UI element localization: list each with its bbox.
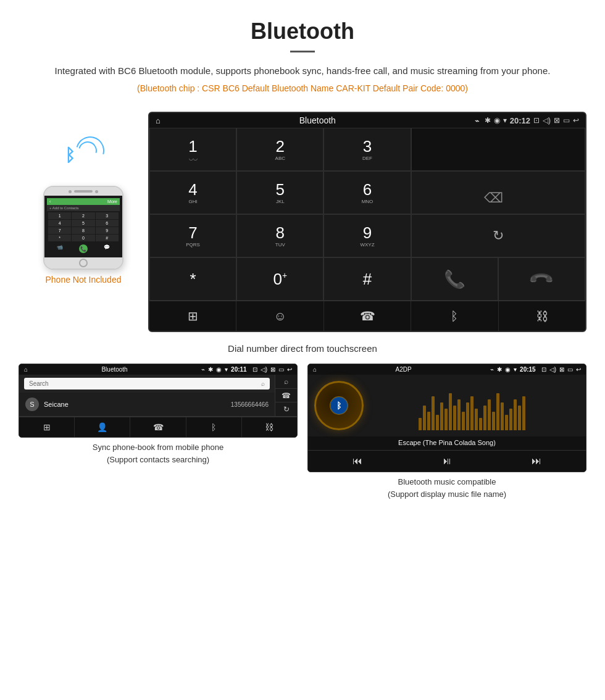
phone-key-6[interactable]: 6 xyxy=(96,220,119,227)
phone-home-bar xyxy=(44,257,122,269)
music-cam-icon[interactable]: ⊡ xyxy=(541,366,546,373)
phone-key-8[interactable]: 8 xyxy=(72,227,94,234)
refresh-icon: ↻ xyxy=(493,228,504,244)
music-loc-icon: ◉ xyxy=(505,366,511,373)
dial-key-hash[interactable]: # xyxy=(323,257,411,301)
pb-close-icon[interactable]: ⊠ xyxy=(270,366,275,373)
dial-refresh[interactable]: ↻ xyxy=(411,214,585,257)
pb-loc-icon: ◉ xyxy=(216,366,222,373)
phone-key-9[interactable]: 9 xyxy=(96,227,119,234)
dial-key-2[interactable]: 2 ABC xyxy=(236,128,323,171)
pb-call-btn[interactable]: ☎ xyxy=(275,389,297,403)
car-volume-icon[interactable]: ◁) xyxy=(543,116,551,125)
phone-screen: ‹ More + Add to Contacts 1 2 3 4 5 6 7 8… xyxy=(44,196,122,257)
music-shot: ⌂ A2DP ⌁ ✱ ◉ ▾ 20:15 ⊡ ◁) ⊠ ▭ ↩ xyxy=(307,364,586,502)
music-usb-icon: ⌁ xyxy=(490,366,494,373)
bottom-screenshots: ⌂ Bluetooth ⌁ ✱ ◉ ▾ 20:11 ⊡ ◁) ⊠ ▭ ↩ xyxy=(0,364,605,502)
phone-key-7[interactable]: 7 xyxy=(48,227,71,234)
music-close-icon[interactable]: ⊠ xyxy=(559,366,564,373)
phone-key-3[interactable]: 3 xyxy=(96,212,119,219)
music-bt-badge: ᛒ xyxy=(330,397,348,414)
phone-dot xyxy=(69,190,72,193)
car-camera-icon[interactable]: ⊡ xyxy=(533,116,540,125)
dial-call-button[interactable]: 📞 xyxy=(411,257,498,301)
dial-endcall-button[interactable]: 📞 xyxy=(498,257,585,301)
phone-key-2[interactable]: 2 xyxy=(72,212,94,219)
dial-key-4[interactable]: 4 GHI xyxy=(149,171,236,214)
car-contacts-btn[interactable]: ☺ xyxy=(236,301,323,331)
dial-key-8[interactable]: 8 TUV xyxy=(236,214,323,257)
phone-key-4[interactable]: 4 xyxy=(48,220,71,227)
phone-key-hash[interactable]: # xyxy=(96,235,119,241)
car-dialpad-btn[interactable]: ⊞ xyxy=(149,301,236,331)
car-bt-btn[interactable]: ᛒ xyxy=(411,301,498,331)
eq-bar-18 xyxy=(492,412,495,430)
dial-key-3[interactable]: 3 DEF xyxy=(323,128,411,171)
dial-key-9[interactable]: 9 WXYZ xyxy=(323,214,411,257)
title-divider xyxy=(290,51,315,52)
phone-dot2 xyxy=(95,190,98,193)
eq-bar-12 xyxy=(466,402,469,430)
phone-key-1[interactable]: 1 xyxy=(48,212,71,219)
eq-bar-7 xyxy=(444,409,448,430)
pb-cam-icon[interactable]: ⊡ xyxy=(252,366,257,373)
eq-bar-23 xyxy=(514,399,517,430)
pb-refresh-btn[interactable]: ↻ xyxy=(275,402,297,417)
page-header: Bluetooth Integrated with BC6 Bluetooth … xyxy=(0,0,605,112)
dial-backspace[interactable]: ⌫ xyxy=(411,171,585,214)
dial-key-5[interactable]: 5 JKL xyxy=(236,171,323,214)
phone-top-bar xyxy=(44,187,122,196)
pb-link-btn[interactable]: ⛓ xyxy=(242,417,297,437)
pb-home-icon[interactable]: ⌂ xyxy=(24,366,28,373)
music-vol-icon[interactable]: ◁) xyxy=(549,366,556,373)
phone-mock-area: ᛒ ‹ More + Add to Contacts 1 xyxy=(19,112,148,285)
pb-vol-icon[interactable]: ◁) xyxy=(261,366,267,373)
dial-key-0[interactable]: 0+ xyxy=(236,257,323,301)
pb-user-btn[interactable]: 👤 xyxy=(75,417,130,437)
entry-avatar-s: S xyxy=(25,398,39,411)
car-home-icon[interactable]: ⌂ xyxy=(156,116,161,125)
phone-msg-icon: 💬 xyxy=(104,244,110,253)
dial-key-6[interactable]: 6 MNO xyxy=(323,171,411,214)
phone-key-0[interactable]: 0 xyxy=(72,235,94,241)
music-home-icon[interactable]: ⌂ xyxy=(313,366,317,373)
phone-contact-label: + Add to Contacts xyxy=(47,205,120,211)
music-playpause-btn[interactable]: ⏯ xyxy=(442,456,452,467)
phone-body: ‹ More + Add to Contacts 1 2 3 4 5 6 7 8… xyxy=(43,186,123,270)
music-next-btn[interactable]: ⏭ xyxy=(532,456,541,467)
car-screen-icon[interactable]: ▭ xyxy=(563,116,570,125)
car-back-icon[interactable]: ↩ xyxy=(573,116,579,125)
entry-name: Seicane xyxy=(44,401,231,408)
eq-bar-3 xyxy=(427,412,430,430)
phone-key-5[interactable]: 5 xyxy=(72,220,94,227)
pb-phone-btn[interactable]: ☎ xyxy=(130,417,186,437)
eq-bar-10 xyxy=(457,399,461,430)
backspace-icon: ⌫ xyxy=(484,190,503,206)
music-album-art: ♪ ᛒ xyxy=(314,381,364,430)
eq-bar-14 xyxy=(475,409,478,430)
phonebook-entry-seicane[interactable]: S Seicane 13566664466 xyxy=(19,393,275,417)
phone-not-included-label: Phone Not Included xyxy=(46,275,122,285)
car-usb-icon: ⌁ xyxy=(475,116,480,125)
car-link-btn[interactable]: ⛓ xyxy=(499,301,585,331)
phonebook-content: Search ⌕ S Seicane 13566664466 xyxy=(19,375,275,417)
music-status-bar: ⌂ A2DP ⌁ ✱ ◉ ▾ 20:15 ⊡ ◁) ⊠ ▭ ↩ xyxy=(308,364,586,375)
phone-home-btn[interactable] xyxy=(79,259,88,267)
search-bar[interactable]: Search ⌕ xyxy=(24,378,270,390)
pb-dialpad-btn[interactable]: ⊞ xyxy=(19,417,75,437)
music-prev-btn[interactable]: ⏮ xyxy=(353,456,362,467)
music-back-icon[interactable]: ↩ xyxy=(576,366,581,373)
music-screen-icon[interactable]: ▭ xyxy=(567,366,573,373)
eq-bar-11 xyxy=(462,412,465,430)
phone-key-star[interactable]: * xyxy=(48,235,71,241)
pb-bt-btn2[interactable]: ᛒ xyxy=(186,417,242,437)
car-phone-btn[interactable]: ☎ xyxy=(324,301,411,331)
pb-back-icon[interactable]: ↩ xyxy=(287,366,292,373)
phone-call-btn[interactable]: 📞 xyxy=(79,244,88,253)
dial-key-star[interactable]: * xyxy=(149,257,236,301)
dial-key-1[interactable]: 1 ◡◡ xyxy=(149,128,236,171)
pb-search-btn[interactable]: ⌕ xyxy=(275,375,297,389)
dial-key-7[interactable]: 7 PQRS xyxy=(149,214,236,257)
car-close-icon[interactable]: ⊠ xyxy=(554,116,560,125)
pb-screen-icon[interactable]: ▭ xyxy=(278,366,284,373)
